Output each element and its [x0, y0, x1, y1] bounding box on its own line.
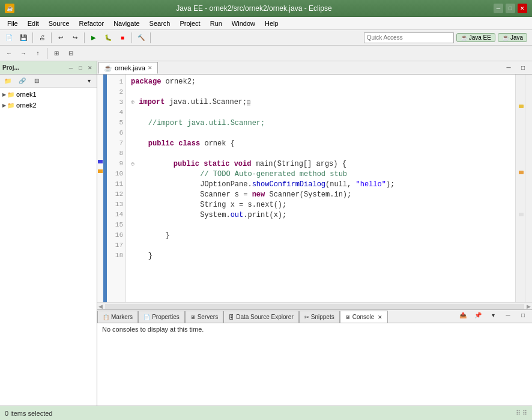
- redo-button[interactable]: ↪: [68, 31, 82, 44]
- tab-properties[interactable]: 📄 Properties: [138, 311, 185, 323]
- menu-project[interactable]: Project: [175, 17, 205, 30]
- menu-window[interactable]: Window: [227, 17, 260, 30]
- overview-marker-1: [519, 105, 524, 108]
- collapse-all-button[interactable]: ⊟: [30, 75, 43, 88]
- minimize-console-button[interactable]: ─: [501, 308, 515, 321]
- pkg-explorer-header: Proj... ─ □ ✕: [0, 61, 97, 75]
- toolbar-row1: 📄 💾 🖨 ↩ ↪ ▶ 🐛 ■ 🔨 ☕ Java EE ☕ Java: [0, 30, 532, 46]
- up-button[interactable]: ↑: [31, 47, 44, 60]
- tab-servers[interactable]: 🖥 Servers: [185, 311, 223, 323]
- tree-item-label-2: ornek2: [16, 102, 37, 109]
- tab-markers[interactable]: 📋 Markers: [97, 311, 138, 323]
- toolbar-sep-6: [47, 48, 47, 59]
- forward-button[interactable]: →: [17, 47, 30, 60]
- code-content[interactable]: package ornek2; ⊕ import java.util.Scann…: [126, 75, 515, 302]
- new-button[interactable]: 📄: [2, 31, 16, 44]
- toolbar-sep-3: [84, 32, 85, 43]
- editor-tab-ornek[interactable]: ☕ ornek.java ✕: [98, 62, 158, 74]
- folder-icon: 📁: [7, 91, 14, 98]
- servers-icon: 🖥: [190, 314, 196, 320]
- tab-snippets[interactable]: ✂ Snippets: [299, 311, 340, 323]
- tree-item-ornek2[interactable]: ▶ 📁 ornek2: [1, 100, 95, 111]
- tab-close-button[interactable]: ✕: [148, 65, 153, 71]
- console-close-icon[interactable]: ✕: [378, 314, 382, 320]
- maximize-editor-button[interactable]: □: [516, 61, 530, 74]
- code-editor[interactable]: 1 2 3 4 5 6 7 8 9 10 11 12 13 14 15 16 1…: [97, 75, 532, 302]
- datasource-icon: 🗄: [229, 314, 234, 320]
- warning-marker-2: [98, 169, 103, 173]
- tab-console[interactable]: 🖥 Console ✕: [340, 311, 388, 323]
- maximize-console-button[interactable]: □: [516, 308, 530, 321]
- toolbar-sep-4: [131, 32, 132, 43]
- tab-datasource-label: Data Source Explorer: [236, 314, 294, 320]
- save-button[interactable]: 💾: [17, 31, 30, 44]
- status-bar: 0 items selected ⠿ ⠿: [0, 406, 532, 420]
- run-button[interactable]: ▶: [87, 31, 100, 44]
- tree-item-ornek1[interactable]: ▶ 📁 ornek1: [1, 89, 95, 100]
- menu-file[interactable]: File: [2, 17, 23, 30]
- collapse-button[interactable]: ⊟: [64, 47, 77, 60]
- folder-icon-2: 📁: [7, 102, 14, 109]
- new-folder-button[interactable]: 📁: [1, 75, 14, 88]
- perspective-java[interactable]: ☕ Java: [498, 33, 527, 42]
- tree-arrow-icon: ▶: [2, 92, 6, 97]
- minimize-button[interactable]: ─: [494, 4, 503, 13]
- undo-button[interactable]: ↩: [54, 31, 67, 44]
- close-panel-button[interactable]: ✕: [86, 64, 94, 72]
- menu-run[interactable]: Run: [205, 17, 227, 30]
- info-marker: [98, 160, 103, 163]
- snippets-icon: ✂: [304, 314, 309, 320]
- status-indicators: ⠿ ⠿: [516, 409, 527, 417]
- menu-refactor[interactable]: Refactor: [74, 17, 109, 30]
- line-numbers: 1 2 3 4 5 6 7 8 9 10 11 12 13 14 15 16 1…: [107, 75, 126, 302]
- stop-button[interactable]: ■: [116, 31, 129, 44]
- java-file-icon: ☕: [104, 64, 112, 72]
- markers-icon: 📋: [103, 314, 109, 320]
- editor-tabs: ☕ ornek.java ✕ ─ □: [97, 61, 532, 75]
- view-menu-button[interactable]: ▾: [82, 75, 95, 88]
- tab-snippets-label: Snippets: [311, 314, 334, 320]
- toolbar-sep-1: [32, 32, 33, 43]
- menu-source[interactable]: Source: [44, 17, 74, 30]
- menu-help[interactable]: Help: [260, 17, 283, 30]
- menu-navigate[interactable]: Navigate: [109, 17, 144, 30]
- main-layout: Proj... ─ □ ✕ 📁 🔗 ⊟ ▾ ▶ 📁 ornek1 ▶ 📁: [0, 61, 532, 406]
- console-icon: 🖥: [345, 314, 351, 320]
- quick-access-input[interactable]: [364, 32, 454, 43]
- open-console-button[interactable]: 📤: [456, 308, 470, 321]
- no-console-message: No consoles to display at this time.: [102, 326, 204, 333]
- close-button[interactable]: ✕: [518, 4, 527, 13]
- editor-scrollbar-v[interactable]: [525, 75, 532, 302]
- minimize-editor-button[interactable]: ─: [502, 61, 515, 74]
- maximize-button[interactable]: □: [506, 4, 515, 13]
- bottom-controls: 📤 📌 ▾ ─ □: [456, 308, 532, 323]
- toolbar-sep-2: [51, 32, 52, 43]
- editor-tab-controls: ─ □: [502, 61, 532, 74]
- build-button[interactable]: 🔨: [135, 31, 148, 44]
- console-menu-button[interactable]: ▾: [486, 308, 500, 321]
- back-button[interactable]: ←: [2, 47, 16, 60]
- pin-console-button[interactable]: 📌: [471, 308, 485, 321]
- window-controls: ─ □ ✕: [494, 4, 527, 13]
- console-content: No consoles to display at this time.: [97, 323, 532, 406]
- expand-button[interactable]: ⊞: [50, 47, 63, 60]
- link-button[interactable]: 🔗: [16, 75, 29, 88]
- tab-properties-label: Properties: [152, 314, 180, 320]
- tab-markers-label: Markers: [111, 314, 133, 320]
- minimize-panel-button[interactable]: ─: [67, 64, 75, 72]
- editor-area: ☕ ornek.java ✕ ─ □ 1 2 3 4: [97, 61, 532, 406]
- pkg-toolbar: 📁 🔗 ⊟ ▾: [0, 75, 97, 88]
- pkg-explorer-title: Proj...: [2, 64, 19, 71]
- print-button[interactable]: 🖨: [35, 31, 49, 44]
- tree-arrow-icon-2: ▶: [2, 103, 6, 108]
- menu-edit[interactable]: Edit: [23, 17, 44, 30]
- debug-button[interactable]: 🐛: [101, 31, 115, 44]
- tab-servers-label: Servers: [198, 314, 218, 320]
- package-explorer: Proj... ─ □ ✕ 📁 🔗 ⊟ ▾ ▶ 📁 ornek1 ▶ 📁: [0, 61, 97, 406]
- menu-search[interactable]: Search: [145, 17, 175, 30]
- perspective-java-ee[interactable]: ☕ Java EE: [456, 33, 495, 42]
- toolbar-sep-5: [150, 32, 151, 43]
- pkg-explorer-controls: ─ □ ✕: [67, 64, 94, 72]
- maximize-panel-button[interactable]: □: [76, 64, 85, 72]
- tab-datasource[interactable]: 🗄 Data Source Explorer: [223, 311, 299, 323]
